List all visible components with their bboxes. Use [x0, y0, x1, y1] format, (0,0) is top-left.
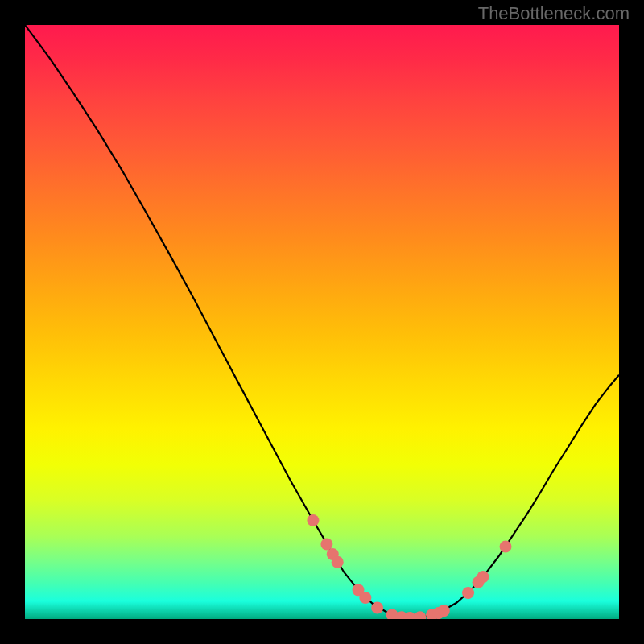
marker-dot [371, 601, 383, 613]
marker-dot [359, 592, 371, 604]
watermark-text: TheBottleneck.com [478, 3, 630, 24]
marker-dot [414, 611, 426, 619]
marker-dot [320, 539, 332, 551]
highlight-markers [307, 514, 511, 619]
marker-dot [462, 587, 474, 599]
marker-dot [500, 540, 512, 552]
chart-plot-area [25, 25, 619, 619]
marker-dot [307, 514, 319, 526]
marker-dot [332, 556, 344, 568]
bottleneck-curve [25, 25, 619, 617]
chart-svg [25, 25, 619, 619]
marker-dot [477, 571, 489, 583]
marker-dot [438, 605, 450, 617]
